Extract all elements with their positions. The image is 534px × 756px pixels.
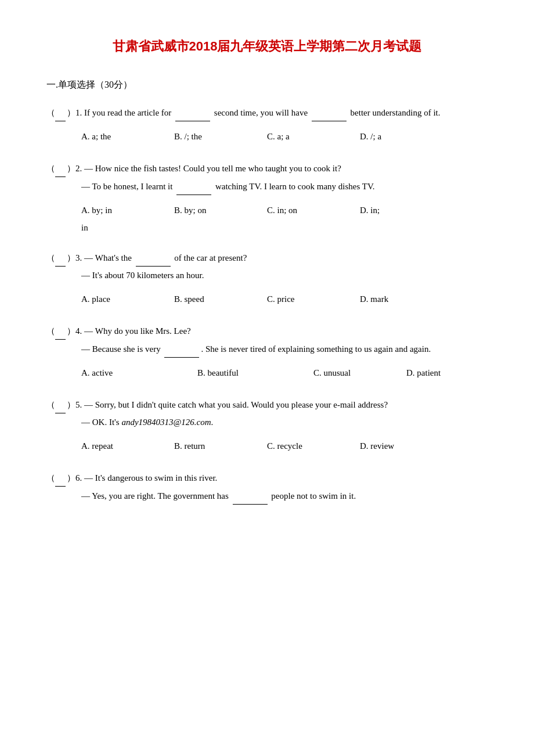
q1-choice-c: C. a; a (267, 127, 337, 146)
q5-choice-a: A. repeat (81, 437, 151, 456)
q4-blank1 (164, 340, 199, 358)
q3-choice-a: A. place (81, 290, 151, 309)
q1-choice-a: A. a; the (81, 127, 151, 146)
question-5: （ ）5. — Sorry, but I didn't quite catch … (46, 395, 488, 456)
q5-text: （ ）5. — Sorry, but I didn't quite catch … (46, 395, 488, 413)
q4-paren (55, 322, 66, 340)
question-2: （ ）2. — How nice the fish tastes! Could … (46, 159, 488, 236)
q1-choice-d: D. /; a (360, 127, 430, 146)
q5-paren (55, 395, 66, 413)
q3-text: （ ）3. — What's the of the car at present… (46, 249, 488, 267)
q2-paren (55, 159, 66, 177)
q4-choices: A. active B. beautiful C. unusual D. pat… (46, 363, 488, 383)
q5-choice-d: D. review (360, 437, 430, 456)
q4-text: （ ）4. — Why do you like Mrs. Lee? (46, 322, 488, 340)
q2-dialog: — To be honest, I learnt it watching TV.… (46, 177, 488, 195)
q2-choice-b: B. by; on (174, 201, 244, 220)
q1-text: （ ）1. If you read the article for second… (46, 103, 488, 121)
question-6: （ ）6. — It's dangerous to swim in this r… (46, 469, 488, 505)
q4-choice-b: B. beautiful (197, 363, 290, 383)
q3-dialog: — It's about 70 kilometers an hour. (46, 267, 488, 284)
q2-choice-d: D. in; (360, 201, 430, 220)
section-header: 一.单项选择（30分） (46, 77, 488, 93)
q4-dialog: — Because she is very . She is never tir… (46, 340, 488, 358)
q3-choice-c: C. price (267, 290, 337, 309)
q4-choice-c: C. unusual (313, 363, 383, 383)
q1-blank1 (175, 103, 210, 121)
q2-blank1 (176, 177, 211, 195)
q2-choice-c: C. in; on (267, 201, 337, 220)
q2-extra: in (46, 220, 488, 236)
q5-choices: A. repeat B. return C. recycle D. review (46, 437, 488, 456)
q3-blank1 (136, 249, 171, 267)
q5-email: andy19840313@126.com (121, 417, 211, 427)
q1-paren (55, 103, 66, 121)
q1-blank2 (312, 103, 347, 121)
q6-text: （ ）6. — It's dangerous to swim in this r… (46, 469, 488, 487)
q5-choice-b: B. return (174, 437, 244, 456)
question-1: （ ）1. If you read the article for second… (46, 103, 488, 146)
page-title: 甘肃省武威市2018届九年级英语上学期第二次月考试题 (46, 35, 488, 58)
q2-text: （ ）2. — How nice the fish tastes! Could … (46, 159, 488, 177)
question-3: （ ）3. — What's the of the car at present… (46, 249, 488, 309)
question-4: （ ）4. — Why do you like Mrs. Lee? — Beca… (46, 322, 488, 383)
q1-choice-b: B. /; the (174, 127, 244, 146)
q5-dialog: — OK. It's andy19840313@126.com. (46, 413, 488, 431)
q3-choice-d: D. mark (360, 290, 430, 309)
q2-choices: A. by; in B. by; on C. in; on D. in; (46, 201, 488, 220)
q3-choices: A. place B. speed C. price D. mark (46, 290, 488, 309)
q6-dialog: — Yes, you are right. The government has… (46, 487, 488, 505)
q4-choice-d: D. patient (406, 363, 476, 383)
q4-choice-a: A. active (81, 363, 174, 383)
q6-blank1 (233, 487, 268, 505)
q5-choice-c: C. recycle (267, 437, 337, 456)
q3-choice-b: B. speed (174, 290, 244, 309)
q1-choices: A. a; the B. /; the C. a; a D. /; a (46, 127, 488, 146)
q3-paren (55, 249, 66, 267)
q6-paren (55, 469, 66, 487)
q2-choice-a: A. by; in (81, 201, 151, 220)
